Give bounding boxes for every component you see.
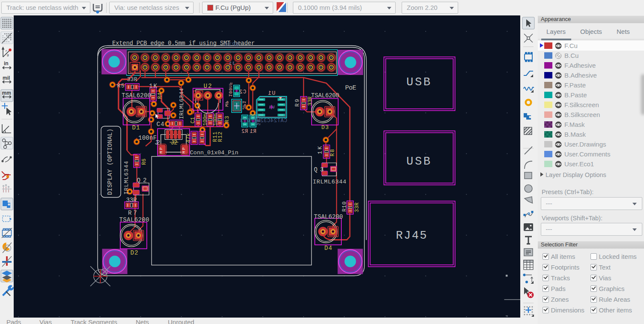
svg-text:D1: D1 xyxy=(132,124,140,131)
svg-text:r: r xyxy=(6,48,7,53)
svg-text:33R: 33R xyxy=(307,96,313,106)
svg-text:TSAL6200: TSAL6200 xyxy=(122,92,151,99)
svg-text:R12: R12 xyxy=(218,132,224,142)
svg-text:mil: mil xyxy=(3,75,10,81)
svg-text:DISPLAY (OPTIONAL): DISPLAY (OPTIONAL) xyxy=(107,129,113,195)
svg-text:J2: J2 xyxy=(155,139,160,146)
svg-text:TSAL6200: TSAL6200 xyxy=(311,92,340,99)
svg-text:R1: R1 xyxy=(250,129,256,135)
svg-text:J1: J1 xyxy=(229,61,235,66)
svg-text:100n: 100n xyxy=(213,114,219,126)
svg-text:Conn_01x04_Pin: Conn_01x04_Pin xyxy=(190,150,239,156)
svg-text:R5: R5 xyxy=(117,83,125,89)
svg-text:R4: R4 xyxy=(157,93,163,99)
svg-text:C4: C4 xyxy=(157,121,164,128)
svg-text:D4: D4 xyxy=(325,245,332,252)
svg-text:C2: C2 xyxy=(239,89,246,95)
svg-text:in: in xyxy=(4,60,9,66)
svg-text:R8: R8 xyxy=(330,149,336,156)
svg-text:100nF: 100nF xyxy=(228,82,233,97)
svg-text:JP1: JP1 xyxy=(242,101,247,110)
svg-text:U1: U1 xyxy=(268,90,275,96)
svg-text:SDA: SDA xyxy=(256,116,261,126)
svg-text:CAT24C32WI-GT3: CAT24C32WI-GT3 xyxy=(240,118,287,124)
svg-text:33R: 33R xyxy=(354,202,360,212)
svg-text:PoE: PoE xyxy=(345,84,356,92)
svg-text:IRLML6344: IRLML6344 xyxy=(313,179,346,185)
svg-text:U1: U1 xyxy=(268,105,274,110)
svg-text:IRLML6344: IRLML6344 xyxy=(179,88,185,119)
svg-text:USB: USB xyxy=(406,76,430,89)
svg-text:33R: 33R xyxy=(126,197,137,204)
svg-text:θ: θ xyxy=(7,53,9,57)
svg-text:TSAL6200: TSAL6200 xyxy=(314,213,343,220)
svg-text:TSAL6200: TSAL6200 xyxy=(119,216,149,223)
svg-text:mm: mm xyxy=(2,90,11,96)
svg-text:1K: 1K xyxy=(149,83,158,90)
svg-text:D2: D2 xyxy=(131,249,138,256)
svg-text:47k: 47k xyxy=(186,133,192,143)
svg-text:R11: R11 xyxy=(212,132,218,142)
svg-text:USB: USB xyxy=(406,155,430,168)
svg-text:100n: 100n xyxy=(203,113,209,126)
svg-text:GPIO: GPIO xyxy=(224,42,239,48)
svg-text:D3: D3 xyxy=(322,124,329,131)
svg-text:R3: R3 xyxy=(224,116,230,123)
svg-text:R2: R2 xyxy=(242,129,248,135)
svg-text:R10: R10 xyxy=(341,201,348,212)
svg-text:WP: WP xyxy=(224,101,229,107)
svg-text:IRLML6344: IRLML6344 xyxy=(123,161,130,195)
svg-text:C1: C1 xyxy=(190,117,196,123)
svg-text:100nF: 100nF xyxy=(138,135,157,141)
svg-text:R6: R6 xyxy=(141,159,147,165)
svg-text:33R: 33R xyxy=(127,76,137,83)
